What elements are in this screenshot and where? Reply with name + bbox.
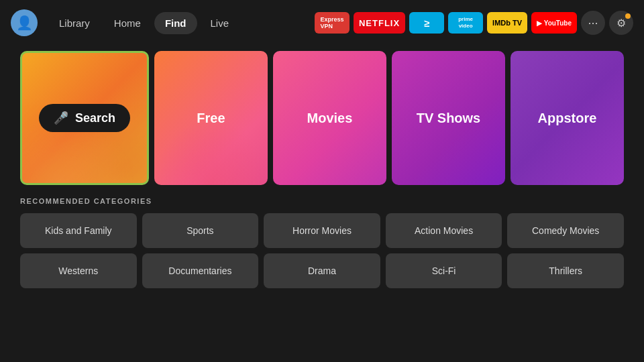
netflix-icon[interactable]: NETFLIX <box>354 12 405 34</box>
nav-find[interactable]: Find <box>154 12 197 34</box>
category-scifi[interactable]: Sci-Fi <box>386 253 502 288</box>
category-comedy-movies[interactable]: Comedy Movies <box>507 213 624 248</box>
categories-title: RECOMMENDED CATEGORIES <box>20 197 624 205</box>
settings-notification-dot <box>625 13 631 19</box>
free-tile-wave <box>154 118 268 185</box>
prime-video-icon[interactable]: primevideo <box>448 12 483 34</box>
category-horror-movies[interactable]: Horror Movies <box>264 213 380 248</box>
app-icons-bar: ExpressVPN NETFLIX ≥ primevideo IMDb TV … <box>315 11 633 35</box>
category-action-movies[interactable]: Action Movies <box>386 213 502 248</box>
settings-button[interactable]: ⚙ <box>609 11 633 35</box>
header: 👤 Library Home Find Live ExpressVPN NETF… <box>0 0 644 46</box>
free-label: Free <box>197 111 225 126</box>
category-grid: Kids and Family Sports Horror Movies Act… <box>20 213 624 288</box>
search-button[interactable]: 🎤 Search <box>39 104 130 132</box>
categories-section: RECOMMENDED CATEGORIES Kids and Family S… <box>20 197 624 288</box>
tvshows-label: TV Shows <box>417 111 481 126</box>
appstore-label: Appstore <box>538 111 597 126</box>
more-apps-button[interactable]: ··· <box>581 11 605 35</box>
search-label: Search <box>75 111 115 125</box>
freevee-icon[interactable]: ≥ <box>409 12 444 34</box>
tvshows-tile[interactable]: TV Shows <box>392 51 505 185</box>
category-sports[interactable]: Sports <box>142 213 259 248</box>
mic-icon: 🎤 <box>54 111 68 125</box>
expressvpn-icon[interactable]: ExpressVPN <box>315 12 350 34</box>
category-documentaries[interactable]: Documentaries <box>142 253 259 288</box>
feature-tiles: 🎤 Search Free Movies TV Shows Appstore <box>20 51 624 185</box>
nav-links: Library Home Find Live <box>48 12 239 34</box>
youtube-icon[interactable]: ▶ YouTube <box>531 12 577 34</box>
category-kids-family[interactable]: Kids and Family <box>20 213 137 248</box>
search-tile[interactable]: 🎤 Search <box>20 51 149 185</box>
main-content: 🎤 Search Free Movies TV Shows Appstore R… <box>0 46 644 288</box>
category-thrillers[interactable]: Thrillers <box>507 253 624 288</box>
appstore-tile[interactable]: Appstore <box>511 51 624 185</box>
free-tile[interactable]: Free <box>154 51 268 185</box>
nav-live[interactable]: Live <box>200 12 240 34</box>
user-icon: 👤 <box>16 15 33 31</box>
movies-tile[interactable]: Movies <box>273 51 386 185</box>
movies-label: Movies <box>307 111 353 126</box>
imdb-icon[interactable]: IMDb TV <box>487 12 527 34</box>
category-westerns[interactable]: Westerns <box>20 253 137 288</box>
nav-library[interactable]: Library <box>48 12 101 34</box>
nav-home[interactable]: Home <box>103 12 152 34</box>
category-drama[interactable]: Drama <box>264 253 380 288</box>
avatar[interactable]: 👤 <box>11 9 38 36</box>
